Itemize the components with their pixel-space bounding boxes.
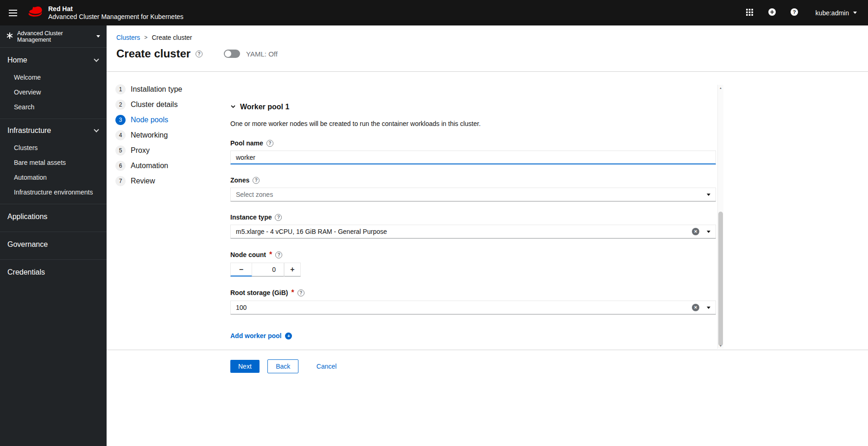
wizard-footer: Next Back Cancel: [107, 350, 868, 446]
sidebar-item-overview[interactable]: Overview: [0, 85, 107, 100]
nav-group-governance: Governance: [0, 232, 107, 255]
perspective-switcher[interactable]: Advanced Cluster Management: [0, 25, 107, 48]
nav-toggle-button[interactable]: [4, 4, 22, 22]
scrollbar-thumb[interactable]: [718, 212, 723, 346]
breadcrumb: Clusters > Create cluster: [116, 34, 868, 41]
brand: Red Hat Advanced Cluster Management for …: [28, 5, 184, 21]
add-worker-pool-label: Add worker pool: [230, 332, 281, 339]
instance-type-clear-icon[interactable]: ✕: [692, 228, 699, 235]
nav-group-home: Home Welcome Overview Search: [0, 50, 107, 114]
step-label: Networking: [131, 131, 168, 139]
step-number: 1: [115, 84, 126, 94]
sidebar-item-infrastructure[interactable]: Infrastructure: [0, 121, 107, 140]
instance-type-select[interactable]: m5.xlarge - 4 vCPU, 16 GiB RAM - General…: [230, 225, 716, 239]
right-gutter: [723, 72, 868, 350]
scroll-up-icon[interactable]: ▲: [718, 85, 723, 91]
yaml-toggle[interactable]: [224, 50, 240, 58]
wizard-steps-nav: 1 Installation type 2 Cluster details 3 …: [107, 72, 211, 350]
node-count-input[interactable]: [252, 263, 284, 276]
root-storage-clear-icon[interactable]: ✕: [692, 304, 699, 311]
required-indicator: *: [291, 289, 294, 297]
pool-name-input[interactable]: [230, 151, 716, 164]
required-indicator: *: [269, 251, 272, 259]
sidebar-item-bare-metal-assets[interactable]: Bare metal assets: [0, 155, 107, 170]
create-cluster-wizard: 1 Installation type 2 Cluster details 3 …: [107, 72, 868, 446]
wizard-step-cluster-details[interactable]: 2 Cluster details: [115, 100, 206, 110]
caret-down-icon: [96, 35, 100, 38]
wizard-step-proxy[interactable]: 5 Proxy: [115, 145, 206, 156]
perspective-label: Advanced Cluster Management: [17, 30, 92, 43]
add-resource-button[interactable]: [763, 4, 781, 22]
pool-name-field: Pool name ?: [230, 139, 716, 164]
app-launcher-button[interactable]: [741, 4, 759, 22]
content-scrollbar[interactable]: ▲ ▼: [717, 85, 723, 349]
sidebar-item-welcome[interactable]: Welcome: [0, 70, 107, 85]
grid-icon: [746, 9, 753, 17]
instance-type-help-icon[interactable]: ?: [275, 214, 282, 221]
user-menu-button[interactable]: kube:admin: [816, 9, 857, 17]
sidebar-item-credentials[interactable]: Credentials: [0, 262, 107, 283]
root-storage-help-icon[interactable]: ?: [298, 289, 304, 296]
step-number: 3: [115, 115, 126, 125]
breadcrumb-current: Create cluster: [152, 34, 192, 41]
wizard-step-installation-type[interactable]: 1 Installation type: [115, 84, 206, 94]
cancel-button[interactable]: Cancel: [313, 360, 341, 373]
wizard-step-automation[interactable]: 6 Automation: [115, 161, 206, 171]
instance-type-label: Instance type: [230, 214, 272, 221]
sidebar-item-infrastructure-environments[interactable]: Infrastructure environments: [0, 185, 107, 200]
sidebar-item-automation[interactable]: Automation: [0, 170, 107, 185]
user-name: kube:admin: [816, 9, 849, 17]
pool-name-help-icon[interactable]: ?: [266, 140, 273, 147]
wizard-step-node-pools[interactable]: 3 Node pools: [115, 115, 206, 125]
worker-pool-section-toggle[interactable]: Worker pool 1: [230, 103, 289, 111]
step-number: 5: [115, 145, 126, 156]
step-number: 6: [115, 161, 126, 171]
wizard-step-review[interactable]: 7 Review: [115, 176, 206, 186]
root-storage-select[interactable]: 100 ✕: [230, 301, 716, 314]
acm-asterisk-icon: [6, 32, 13, 40]
scroll-down-icon[interactable]: ▼: [718, 343, 723, 349]
page-title: Create cluster: [116, 47, 190, 60]
next-button[interactable]: Next: [230, 360, 260, 373]
instance-type-field: Instance type ? m5.xlarge - 4 vCPU, 16 G…: [230, 214, 716, 239]
node-count-decrement-button[interactable]: −: [230, 263, 252, 276]
sidebar-item-home[interactable]: Home: [0, 50, 107, 70]
sidebar-item-clusters[interactable]: Clusters: [0, 140, 107, 155]
step-label: Cluster details: [131, 101, 177, 109]
caret-down-icon: [853, 12, 857, 14]
add-worker-pool-link[interactable]: Add worker pool +: [230, 332, 292, 339]
step-number: 7: [115, 176, 126, 186]
step-number: 4: [115, 130, 126, 140]
nav-label: Home: [7, 56, 27, 64]
masthead: Red Hat Advanced Cluster Management for …: [0, 0, 868, 25]
svg-text:?: ?: [792, 9, 796, 15]
node-count-help-icon[interactable]: ?: [275, 251, 282, 258]
sidebar-item-governance[interactable]: Governance: [0, 234, 107, 255]
caret-down-icon: [707, 307, 710, 309]
sidebar: Advanced Cluster Management Home Welcome…: [0, 25, 107, 446]
zones-help-icon[interactable]: ?: [253, 177, 260, 184]
sidebar-item-search[interactable]: Search: [0, 100, 107, 114]
zones-select[interactable]: Select zones: [230, 188, 716, 201]
help-menu-button[interactable]: ?: [785, 4, 804, 22]
back-button[interactable]: Back: [267, 359, 298, 373]
zones-placeholder: Select zones: [236, 191, 707, 198]
node-count-label: Node count: [230, 251, 266, 258]
instance-type-value: m5.xlarge - 4 vCPU, 16 GiB RAM - General…: [236, 228, 692, 235]
brand-title: Red Hat: [48, 5, 184, 13]
toggle-knob: [225, 50, 231, 57]
chevron-down-icon: [94, 57, 99, 62]
step-label: Proxy: [131, 146, 150, 155]
wizard-step-networking[interactable]: 4 Networking: [115, 130, 206, 140]
sidebar-item-applications[interactable]: Applications: [0, 206, 107, 227]
plus-circle-icon: +: [285, 333, 292, 339]
caret-down-icon: [707, 194, 710, 196]
title-help-icon[interactable]: ?: [196, 50, 203, 57]
chevron-down-icon: [230, 103, 236, 111]
node-count-stepper: − +: [230, 263, 716, 276]
step-number: 2: [115, 100, 126, 110]
step-label: Node pools: [131, 116, 168, 124]
breadcrumb-link-clusters[interactable]: Clusters: [116, 34, 140, 41]
node-count-increment-button[interactable]: +: [284, 263, 301, 276]
step-label: Review: [131, 177, 155, 185]
